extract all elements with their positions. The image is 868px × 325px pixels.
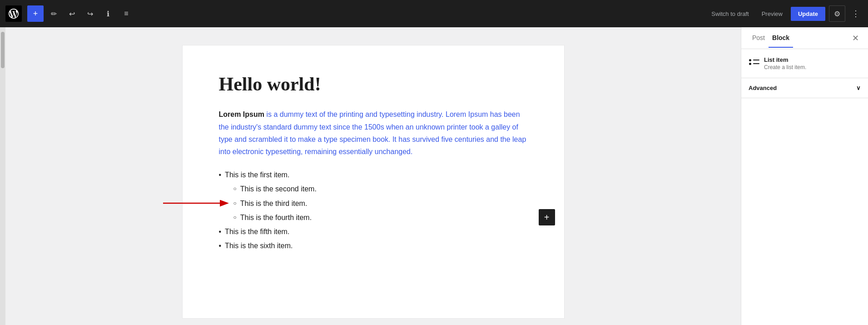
block-info: List item Create a list item. bbox=[741, 49, 868, 78]
icon-dot bbox=[749, 63, 751, 65]
editor-with-scrollbar: Hello world! Lorem Ipsum is a dummy text… bbox=[0, 27, 741, 325]
wp-logo-icon bbox=[9, 9, 19, 19]
wp-logo[interactable] bbox=[5, 5, 22, 22]
add-block-button[interactable]: + bbox=[539, 209, 555, 225]
undo-button[interactable]: ↩ bbox=[64, 5, 80, 22]
list-item[interactable]: This is the fifth item. bbox=[219, 225, 528, 238]
list-item-fourth[interactable]: This is the fourth item. + bbox=[233, 211, 528, 224]
list-item-third[interactable]: This is the third item. bbox=[233, 197, 528, 210]
icon-line bbox=[753, 63, 759, 64]
chevron-down-icon: ∨ bbox=[856, 85, 861, 91]
advanced-label: Advanced bbox=[749, 85, 777, 91]
toolbar-right: Switch to draft Preview Update ⚙ ⋮ bbox=[707, 5, 863, 22]
info-button[interactable]: ℹ bbox=[100, 5, 116, 22]
list-item-text: This is the third item. bbox=[240, 197, 308, 210]
list-item-icon bbox=[749, 56, 759, 67]
list-item-icon-dots bbox=[749, 59, 759, 65]
right-sidebar: Post Block ✕ List item bbox=[741, 27, 868, 325]
icon-dot bbox=[749, 59, 751, 61]
list-item[interactable]: This is the sixth item. bbox=[219, 240, 528, 252]
tab-post[interactable]: Post bbox=[749, 29, 769, 48]
list-item[interactable]: This is the first item. bbox=[219, 169, 528, 181]
scrollbar-track[interactable] bbox=[0, 27, 5, 325]
post-list: This is the first item. This is the seco… bbox=[219, 169, 528, 252]
update-button[interactable]: Update bbox=[791, 7, 825, 21]
list-item-text: This is the sixth item. bbox=[225, 240, 293, 252]
paragraph-link-text: is a dummy text of the printing and type… bbox=[219, 110, 526, 155]
block-name: List item bbox=[764, 56, 806, 63]
settings-button[interactable]: ⚙ bbox=[829, 5, 845, 22]
advanced-section[interactable]: Advanced ∨ bbox=[741, 78, 868, 98]
list-item[interactable]: This is the second item. bbox=[233, 183, 528, 195]
list-nested: This is the second item. This is the thi… bbox=[219, 183, 528, 224]
tab-block[interactable]: Block bbox=[769, 29, 793, 48]
preview-button[interactable]: Preview bbox=[757, 8, 787, 20]
edit-button[interactable]: ✏ bbox=[45, 5, 62, 22]
red-arrow-icon bbox=[161, 197, 231, 210]
scrollbar-thumb[interactable] bbox=[1, 32, 5, 68]
add-block-toolbar-button[interactable]: + bbox=[27, 5, 44, 22]
block-description: Create a list item. bbox=[764, 64, 806, 70]
list-item-text: This is the fifth item. bbox=[225, 225, 289, 238]
post-paragraph[interactable]: Lorem Ipsum is a dummy text of the print… bbox=[219, 108, 528, 158]
paragraph-bold: Lorem Ipsum bbox=[219, 110, 264, 118]
toolbar: + ✏ ↩ ↪ ℹ ≡ Switch to draft Preview Upda… bbox=[0, 0, 868, 27]
list-item-text: This is the second item. bbox=[240, 183, 317, 195]
list-item-text: This is the fourth item. bbox=[240, 211, 312, 224]
list-item-text: This is the first item. bbox=[225, 169, 289, 181]
list-view-button[interactable]: ≡ bbox=[118, 5, 134, 22]
switch-to-draft-button[interactable]: Switch to draft bbox=[707, 8, 753, 20]
icon-line bbox=[753, 60, 759, 60]
sidebar-close-button[interactable]: ✕ bbox=[850, 32, 861, 44]
block-text: List item Create a list item. bbox=[764, 56, 806, 70]
editor-content: Hello world! Lorem Ipsum is a dummy text… bbox=[183, 45, 564, 318]
more-options-button[interactable]: ⋮ bbox=[849, 7, 863, 20]
main-layout: Hello world! Lorem Ipsum is a dummy text… bbox=[0, 27, 868, 325]
sidebar-header: Post Block ✕ bbox=[741, 27, 868, 49]
post-title[interactable]: Hello world! bbox=[219, 73, 528, 95]
redo-button[interactable]: ↪ bbox=[82, 5, 98, 22]
editor-area[interactable]: Hello world! Lorem Ipsum is a dummy text… bbox=[5, 27, 741, 325]
